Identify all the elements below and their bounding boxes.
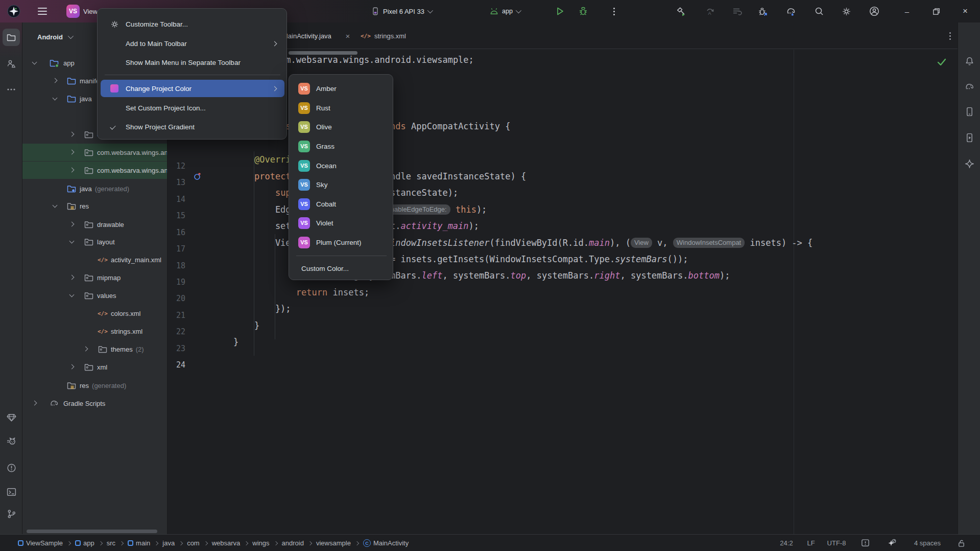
chevron-right-icon[interactable]	[83, 347, 88, 352]
breadcrumb-item-main[interactable]: main	[128, 539, 150, 547]
chevron-down-icon[interactable]	[53, 203, 58, 208]
tree-item-java[interactable]: java(generated)	[22, 180, 168, 197]
project-badge[interactable]: VS	[66, 5, 80, 18]
tab-strings-xml[interactable]: </> strings.xml	[361, 22, 406, 49]
tree-item-mipmap[interactable]: mipmap	[22, 269, 168, 286]
gradle-icon[interactable]	[961, 78, 978, 95]
breadcrumb-item-wings[interactable]: wings	[252, 539, 269, 547]
maximize-button[interactable]	[926, 0, 946, 22]
problems-icon[interactable]	[3, 459, 20, 476]
color-option-violet[interactable]: VSViolet	[292, 214, 391, 232]
chevron-down-icon[interactable]	[69, 292, 75, 297]
breadcrumb-item-android[interactable]: android	[282, 539, 304, 547]
account-avatar-icon[interactable]	[865, 0, 883, 22]
menu-item-add-to-main-toolbar[interactable]: Add to Main Toolbar	[101, 35, 284, 52]
breadcrumb-item-websarva[interactable]: websarva	[212, 539, 241, 547]
chevron-right-icon[interactable]	[69, 132, 75, 137]
tree-item-themes[interactable]: themes(2)	[22, 340, 168, 358]
inspections-ok-icon[interactable]	[936, 56, 947, 67]
caret-position[interactable]: 24:2	[772, 535, 801, 551]
tree-item-com-websarva-wings-android-viewsample[interactable]: com.websarva.wings.android.viewsample(an…	[22, 144, 168, 161]
breadcrumb-item-mainactivity[interactable]: CMainActivity	[363, 539, 409, 547]
attach-debugger-icon[interactable]	[754, 0, 771, 22]
gemini-icon[interactable]	[961, 155, 978, 172]
menu-item-change-project-color[interactable]: Change Project Color	[101, 80, 284, 97]
notifications-icon[interactable]	[961, 52, 978, 70]
chevron-right-icon[interactable]	[69, 364, 75, 370]
color-option-rust[interactable]: VSRust	[292, 99, 391, 117]
close-button[interactable]: ×	[955, 0, 975, 22]
color-option-olive[interactable]: VSOlive	[292, 118, 391, 135]
menu-item-show-main-menu-in-separate-toolbar[interactable]: Show Main Menu in Separate Toolbar	[101, 54, 284, 71]
gradle-sync-icon[interactable]	[782, 0, 800, 22]
tab-close-icon[interactable]: ×	[343, 31, 352, 40]
breadcrumb-item-src[interactable]: src	[107, 539, 115, 547]
run-config-selector[interactable]: app	[489, 0, 520, 22]
color-option-amber[interactable]: VSAmber	[292, 80, 391, 97]
tree-item-activity-main-xml[interactable]: </>activity_main.xml	[22, 251, 168, 268]
breadcrumb-item-viewsample[interactable]: ViewSample	[18, 539, 63, 547]
tree-item-res[interactable]: res(generated)	[22, 377, 168, 394]
breadcrumb-item-viewsample[interactable]: viewsample	[316, 539, 351, 547]
menu-item-custom-color[interactable]: Custom Color...	[292, 260, 391, 277]
tree-horizontal-scrollbar[interactable]	[27, 530, 157, 533]
device-selector[interactable]: Pixel 6 API 33	[371, 0, 432, 22]
structure-icon[interactable]	[3, 55, 20, 73]
tree-item-xml[interactable]: xml	[22, 358, 168, 376]
inspections-widget-icon[interactable]	[855, 535, 875, 551]
chevron-right-icon[interactable]	[69, 150, 75, 155]
tree-item-colors-xml[interactable]: </>colors.xml	[22, 305, 168, 322]
build-hammer-icon[interactable]	[673, 0, 689, 22]
overrides-method-gutter-icon[interactable]	[193, 172, 202, 181]
search-everywhere-icon[interactable]	[811, 0, 827, 22]
running-devices-icon[interactable]	[961, 129, 978, 146]
more-actions-kebab-icon[interactable]	[607, 0, 621, 22]
color-option-cobalt[interactable]: VSCobalt	[292, 195, 391, 213]
indent-config[interactable]: 4 spaces	[908, 535, 947, 551]
chevron-right-icon[interactable]	[69, 168, 75, 173]
more-tool-windows-icon[interactable]	[3, 81, 20, 98]
color-option-grass[interactable]: VSGrass	[292, 137, 391, 155]
tree-item-drawable[interactable]: drawable	[22, 216, 168, 233]
writable-unlock-icon[interactable]	[951, 535, 971, 551]
line-separator[interactable]: LF	[803, 535, 819, 551]
chevron-down-icon[interactable]	[32, 60, 37, 65]
breadcrumb-item-com[interactable]: com	[187, 539, 200, 547]
settings-gear-icon[interactable]	[838, 0, 854, 22]
device-manager-icon[interactable]	[961, 103, 978, 120]
file-encoding[interactable]: UTF-8	[824, 535, 849, 551]
chevron-right-icon[interactable]	[69, 275, 75, 280]
tree-item-values[interactable]: values	[22, 287, 168, 304]
run-button[interactable]	[552, 0, 568, 22]
tree-item-res[interactable]: res	[22, 197, 168, 215]
chevron-down-icon[interactable]	[69, 239, 75, 244]
menu-item-show-project-gradient[interactable]: Show Project Gradient	[101, 118, 284, 135]
breadcrumb-item-java[interactable]: java	[162, 539, 175, 547]
terminal-icon[interactable]	[3, 483, 20, 500]
chevron-right-icon[interactable]	[53, 78, 58, 83]
tree-item-strings-xml[interactable]: </>strings.xml	[22, 323, 168, 340]
chevron-down-icon[interactable]	[53, 96, 58, 101]
package-icon	[84, 237, 94, 247]
chevron-right-icon[interactable]	[69, 222, 75, 227]
color-option-plum-current-[interactable]: VSPlum (Current)	[292, 234, 391, 251]
tree-item-layout[interactable]: layout	[22, 233, 168, 250]
menu-item-set-custom-project-icon-[interactable]: Set Custom Project Icon...	[101, 99, 284, 117]
ai-assistant-disabled-icon[interactable]	[881, 535, 902, 551]
breadcrumb-item-app[interactable]: app	[75, 539, 94, 547]
tab-options-kebab-icon[interactable]	[944, 30, 956, 42]
logcat-icon[interactable]	[3, 432, 20, 449]
app-quality-insights-icon[interactable]	[3, 408, 20, 426]
debug-button[interactable]	[575, 0, 591, 22]
project-folder-icon[interactable]	[3, 29, 20, 46]
version-control-icon[interactable]	[3, 505, 20, 522]
color-option-ocean[interactable]: VSOcean	[292, 157, 391, 174]
tab-mainactivity[interactable]: MainActivity.java	[282, 22, 331, 49]
color-option-sky[interactable]: VSSky	[292, 176, 391, 193]
main-menu-icon[interactable]	[34, 0, 51, 22]
chevron-right-icon[interactable]	[32, 401, 37, 406]
minimize-button[interactable]: –	[897, 0, 917, 22]
tree-item-gradle-scripts[interactable]: Gradle Scripts	[22, 395, 168, 412]
tree-item-com-websarva-wings-android-viewsample[interactable]: com.websarva.wings.android.viewsample(te…	[22, 162, 168, 179]
menu-item-customize-toolbar-[interactable]: Customize Toolbar...	[101, 15, 284, 33]
